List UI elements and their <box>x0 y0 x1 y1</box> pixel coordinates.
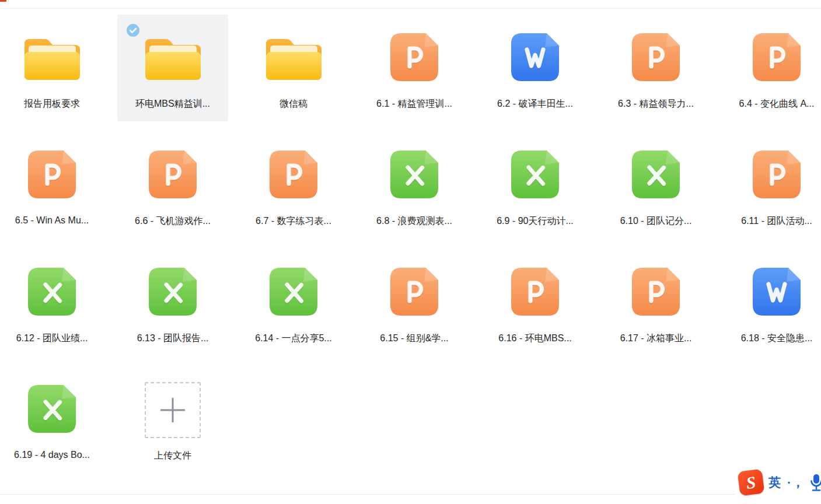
file-tile[interactable]: 6.13 - 团队报告... <box>117 249 228 356</box>
file-tile[interactable]: 6.19 - 4 days Bo... <box>0 366 107 473</box>
excel-icon-slot <box>480 150 591 198</box>
upload-label: 上传文件 <box>154 450 191 462</box>
ppt-file-icon <box>390 33 438 81</box>
upload-file-tile[interactable]: 上传文件 <box>117 366 228 473</box>
file-tile[interactable]: 6.11 - 团队活动... <box>721 132 821 239</box>
excel-icon-slot <box>359 150 470 198</box>
selected-check-icon <box>127 24 139 37</box>
file-tile[interactable]: 6.10 - 团队记分... <box>600 132 711 239</box>
excel-file-icon <box>28 268 76 316</box>
ppt-icon-slot <box>117 150 228 198</box>
excel-file-icon <box>149 268 197 316</box>
bottom-divider <box>0 494 821 495</box>
microphone-icon[interactable] <box>809 473 821 492</box>
file-tile[interactable]: 6.6 - 飞机游戏作... <box>117 132 228 239</box>
file-tile[interactable]: 6.16 - 环电MBS... <box>480 249 591 356</box>
file-tile[interactable]: 6.18 - 安全隐患... <box>721 249 821 356</box>
ppt-file-icon <box>270 150 317 198</box>
ppt-file-icon <box>28 150 76 198</box>
word-icon-slot <box>721 268 821 316</box>
ppt-icon-slot <box>238 150 349 198</box>
folder-tile[interactable]: 环电MBS精益训... <box>117 15 228 121</box>
ppt-icon-slot <box>0 150 107 198</box>
excel-file-icon <box>28 385 76 433</box>
file-label: 微信稿 <box>280 98 308 110</box>
file-label: 环电MBS精益训... <box>135 98 210 110</box>
word-file-icon <box>511 33 559 81</box>
excel-icon-slot <box>0 385 107 433</box>
file-tile[interactable]: 6.15 - 组别&学... <box>359 249 470 356</box>
file-tile[interactable]: 6.5 - Win As Mu... <box>0 132 107 239</box>
file-label: 报告用板要求 <box>24 98 80 110</box>
ime-punctuation-toggle[interactable]: ·， <box>787 474 805 491</box>
file-tile[interactable]: 6.9 - 90天行动计... <box>480 132 591 239</box>
file-label: 6.17 - 冰箱事业... <box>620 332 692 345</box>
file-tile[interactable]: 6.1 - 精益管理训... <box>359 15 470 121</box>
ppt-icon-slot <box>359 33 470 81</box>
screen-corner-artifact <box>0 0 6 2</box>
ppt-file-icon <box>390 268 438 316</box>
file-tile[interactable]: 6.7 - 数字练习表... <box>238 132 349 239</box>
excel-icon-slot <box>600 150 711 198</box>
file-label: 6.7 - 数字练习表... <box>256 215 331 228</box>
file-label: 6.19 - 4 days Bo... <box>14 450 90 460</box>
excel-icon-slot <box>117 268 228 316</box>
top-divider <box>0 8 821 9</box>
folder-icon <box>145 34 201 80</box>
ppt-icon-slot <box>721 33 821 81</box>
folder-icon-slot <box>238 33 349 81</box>
folder-icon-slot <box>0 33 107 81</box>
ppt-icon-slot <box>600 33 711 81</box>
folder-icon <box>266 34 322 80</box>
file-label: 6.5 - Win As Mu... <box>15 215 89 226</box>
ppt-icon-slot <box>359 268 470 316</box>
file-tile[interactable]: 6.4 - 变化曲线 A... <box>721 15 821 121</box>
file-label: 6.14 - 一点分享5... <box>255 332 332 345</box>
file-tile[interactable]: 6.2 - 破译丰田生... <box>480 15 591 121</box>
ppt-file-icon <box>511 268 559 316</box>
excel-file-icon <box>390 150 438 198</box>
excel-file-icon <box>270 268 317 316</box>
file-label: 6.12 - 团队业绩... <box>16 332 88 345</box>
file-tile[interactable]: 6.12 - 团队业绩... <box>0 249 107 356</box>
folder-tile[interactable]: 微信稿 <box>238 15 349 121</box>
file-label: 6.10 - 团队记分... <box>620 215 692 228</box>
file-label: 6.3 - 精益领导力... <box>618 98 694 110</box>
file-tile[interactable]: 6.14 - 一点分享5... <box>238 249 349 356</box>
file-label: 6.8 - 浪费观测表... <box>376 215 452 228</box>
excel-file-icon <box>632 150 680 198</box>
word-file-icon <box>753 268 801 316</box>
file-label: 6.11 - 团队活动... <box>741 215 812 228</box>
file-label: 6.18 - 安全隐患... <box>741 332 813 345</box>
ime-toolbar: S 英 ·， <box>735 469 821 496</box>
file-tile[interactable]: 6.17 - 冰箱事业... <box>600 249 711 356</box>
ppt-file-icon <box>753 150 801 198</box>
folder-tile[interactable]: 报告用板要求 <box>0 15 107 121</box>
ime-language-toggle[interactable]: 英 <box>768 474 781 491</box>
plus-icon <box>159 397 186 424</box>
excel-file-icon <box>511 150 559 198</box>
ppt-icon-slot <box>600 268 711 316</box>
file-label: 6.6 - 飞机游戏作... <box>135 215 211 228</box>
file-label: 6.13 - 团队报告... <box>137 332 209 345</box>
file-label: 6.1 - 精益管理训... <box>376 98 452 110</box>
ppt-file-icon <box>149 150 197 198</box>
ppt-icon-slot <box>480 268 591 316</box>
ppt-file-icon <box>753 33 801 81</box>
file-label: 6.15 - 组别&学... <box>380 332 448 345</box>
file-label: 6.2 - 破译丰田生... <box>497 98 573 110</box>
ppt-icon-slot <box>721 150 821 198</box>
file-tile[interactable]: 6.3 - 精益领导力... <box>600 15 711 121</box>
file-tile[interactable]: 6.8 - 浪费观测表... <box>359 132 470 239</box>
upload-dropzone[interactable] <box>145 382 201 438</box>
file-label: 6.16 - 环电MBS... <box>498 332 571 345</box>
word-icon-slot <box>480 33 591 81</box>
file-label: 6.4 - 变化曲线 A... <box>739 98 815 110</box>
sogou-s-logo[interactable]: S <box>738 469 765 496</box>
selection-checkmark[interactable] <box>127 24 139 37</box>
ppt-file-icon <box>632 33 680 81</box>
folder-icon <box>25 34 80 80</box>
excel-icon-slot <box>238 268 349 316</box>
folder-icon-slot <box>117 33 228 81</box>
file-grid: 报告用板要求 环电MBS精益训... 微信稿 <box>0 15 821 473</box>
